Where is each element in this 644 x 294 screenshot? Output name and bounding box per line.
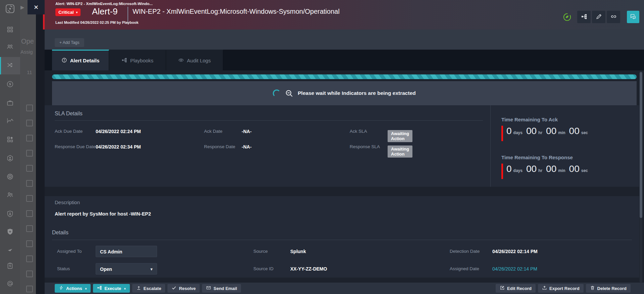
tab-playbooks[interactable]: Playbooks [109, 50, 166, 70]
edit-button[interactable] [592, 11, 605, 23]
row-checkbox[interactable] [26, 255, 33, 262]
chat-icon [630, 13, 636, 21]
sidebar-flag-icon[interactable] [6, 246, 14, 253]
details-row-1: Assigned To CS Admin Source Splunk Detec… [45, 246, 639, 257]
export-record-button[interactable]: Export Record [538, 284, 584, 293]
status-dropdown[interactable]: Open ▼ [96, 263, 157, 275]
escalate-button[interactable]: Escalate [132, 284, 165, 293]
add-tags-label: + Add Tags [59, 40, 80, 45]
close-icon: ✕ [34, 4, 39, 11]
close-button[interactable]: ✕ [28, 0, 45, 14]
time-remaining-response-title: Time Remaining To Response [501, 155, 639, 160]
eye-icon [178, 57, 184, 64]
severity-dropdown[interactable]: Critical ▾ [55, 8, 81, 16]
row-checkbox[interactable] [26, 195, 33, 202]
detection-date-value: 04/26/2022 02:14 PM [492, 246, 538, 257]
sitemap-icon [121, 57, 127, 64]
sla-row-response: Response Due Date 04/26/2022 02:34 PM Re… [55, 141, 483, 157]
trash-icon [590, 285, 595, 291]
status-value: Open [100, 267, 112, 272]
scrollbar-thumb[interactable] [640, 72, 642, 218]
days-value: 0 [506, 164, 512, 174]
response-due-date-value: 04/26/2022 02:34 PM [96, 144, 141, 150]
edit-icon [500, 285, 505, 291]
response-date-value: -NA- [242, 144, 252, 150]
underlay-row-count: 11 [27, 69, 32, 75]
min-unit: min [558, 130, 565, 135]
sidebar-queues-icon[interactable] [6, 43, 14, 50]
escalate-label: Escalate [144, 286, 161, 291]
assigned-date-value[interactable]: 04/26/2022 02:14 PM [492, 263, 537, 275]
row-checkbox[interactable] [26, 225, 33, 232]
pencil-icon [596, 13, 602, 21]
sidebar-shield-icon[interactable] [6, 228, 14, 235]
time-remaining-card: Time Remaining To Ack 0days 00hr 00min 0… [490, 105, 639, 187]
sidebar-mentions-icon[interactable] [6, 280, 14, 287]
sidebar-resources-icon[interactable] [6, 99, 14, 107]
sidebar-expand-icon[interactable]: ▶ [20, 4, 24, 10]
row-checkbox[interactable] [26, 240, 33, 247]
delete-record-button[interactable]: Delete Record [586, 284, 631, 293]
sidebar-incidents-icon[interactable] [6, 61, 14, 69]
execute-button[interactable]: Execute ▴ [93, 284, 130, 293]
alert-details-panel: Please wait while Indicators are being e… [45, 70, 644, 283]
add-tags-button[interactable]: + Add Tags [55, 38, 84, 47]
sec-unit: sec [581, 168, 588, 173]
row-checkbox[interactable] [26, 271, 33, 277]
sidebar-tasks-icon[interactable] [6, 262, 14, 270]
alert-header: Alert: WIN-EP2 - XmlWinEventLog:Microsof… [43, 0, 644, 30]
tab-audit-logs[interactable]: Audit Logs [166, 50, 223, 70]
row-checkbox[interactable] [26, 135, 33, 141]
alert-circle-icon [61, 57, 67, 64]
extraction-wait-banner: Please wait while Indicators are being e… [52, 81, 637, 105]
sidebar-widgets-icon[interactable] [6, 136, 14, 143]
row-checkbox[interactable] [26, 120, 33, 126]
alert-id: Alert-9 [92, 6, 118, 17]
sidebar-settings-icon[interactable] [6, 173, 14, 180]
assigned-to-value: CS Admin [100, 249, 122, 254]
response-date-label: Response Date [204, 144, 235, 149]
edit-record-button[interactable]: Edit Record [496, 284, 536, 293]
row-checkbox[interactable] [26, 210, 33, 217]
row-checkbox[interactable] [26, 165, 33, 172]
sidebar-automation-icon[interactable] [6, 80, 14, 88]
resolve-label: Resolve [179, 286, 196, 291]
days-unit: days [513, 130, 523, 135]
row-checkbox[interactable] [26, 286, 33, 292]
modal-backdrop [36, 0, 45, 294]
assigned-date-label: Assigned Date [450, 263, 479, 275]
tab-alert-details[interactable]: Alert Details [52, 50, 109, 70]
tab-label: Playbooks [130, 58, 153, 63]
row-checkbox[interactable] [26, 180, 33, 187]
resolve-button[interactable]: Resolve [167, 284, 200, 293]
sidebar-reports-icon[interactable] [6, 117, 14, 124]
delete-record-label: Delete Record [597, 286, 627, 291]
comments-button[interactable] [627, 11, 639, 23]
actions-label: Actions [66, 286, 82, 291]
days-value: 0 [506, 126, 512, 136]
hr-value: 00 [526, 164, 537, 174]
sidebar-security-icon[interactable] [6, 210, 14, 218]
source-value: Splunk [290, 246, 306, 257]
sidebar-dashboard-icon[interactable] [6, 26, 14, 33]
status-badge: Awaiting Action [388, 145, 412, 158]
row-checkbox[interactable] [26, 150, 33, 157]
copy-link-button[interactable] [607, 11, 620, 23]
detection-date-label: Detection Date [450, 246, 480, 257]
tab-bar: Alert Details Playbooks Audit Logs [45, 50, 644, 70]
playbooks-button[interactable] [577, 11, 591, 23]
ack-date-value: -NA- [242, 129, 252, 134]
details-row-2: Status Open ▼ Source ID XX-YY-ZZ-DEMO As… [45, 263, 639, 275]
send-email-button[interactable]: Send Email [202, 284, 241, 293]
ack-countdown: 0days 00hr 00min 00sec [501, 126, 639, 141]
sidebar-user-mgmt-icon[interactable] [6, 191, 14, 198]
source-id-label: Source ID [253, 263, 274, 275]
actions-button[interactable]: Actions ▴ [55, 284, 91, 293]
indicator-extraction-progressbar [52, 74, 637, 79]
sitemap-icon [97, 285, 102, 291]
sidebar-connectors-icon[interactable] [6, 155, 14, 162]
assigned-to-field[interactable]: CS Admin [96, 246, 157, 257]
underlay-checkbox-column [20, 101, 36, 294]
app-logo-icon[interactable] [5, 4, 15, 14]
row-checkbox[interactable] [26, 105, 33, 111]
